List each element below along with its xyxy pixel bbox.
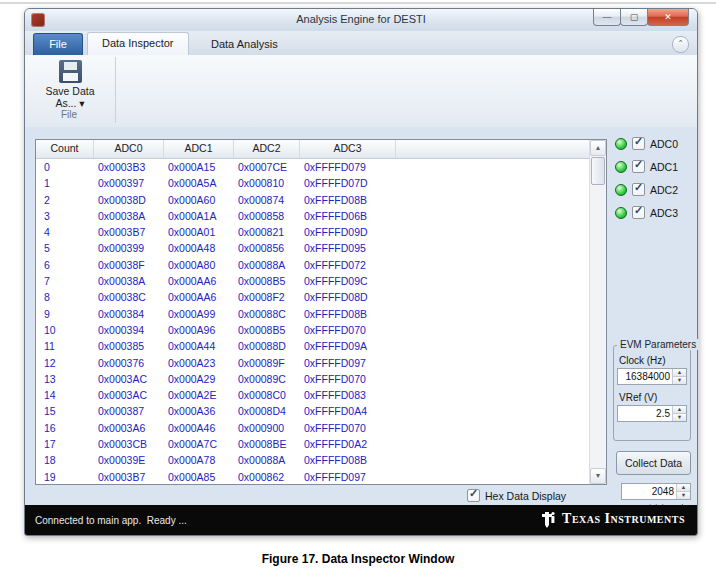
- table-cell: 0x000394: [94, 322, 164, 338]
- column-header-adc2[interactable]: ADC2: [234, 140, 300, 158]
- table-cell: 19: [36, 469, 94, 485]
- spin-up-icon[interactable]: ▲: [677, 484, 690, 491]
- table-cell: 0xFFFFD070: [300, 322, 396, 338]
- table-cell: 0x000376: [94, 355, 164, 371]
- adc2-checkbox[interactable]: ✓: [632, 183, 645, 196]
- window-controls: — ▢ ✕: [594, 9, 689, 26]
- adc0-checkbox[interactable]: ✓: [632, 137, 645, 150]
- table-cell: 0x000A60: [164, 192, 234, 208]
- table-row[interactable]: 190x0003B70x000A850x0008620xFFFFD097: [36, 469, 589, 485]
- table-cell: 0x000A46: [164, 420, 234, 436]
- maximize-icon: ▢: [630, 12, 639, 22]
- ti-logo-icon: [540, 510, 556, 528]
- tab-data-inspector[interactable]: Data Inspector: [87, 32, 189, 56]
- table-cell: 5: [36, 240, 94, 256]
- table-cell: 0x000900: [234, 420, 300, 436]
- save-data-as-button[interactable]: Save Data As... ▾: [39, 59, 101, 109]
- table-row[interactable]: 90x0003840x000A990x00088C0xFFFFD08B: [36, 306, 589, 322]
- table-cell: 0xFFFFD09C: [300, 273, 396, 289]
- column-header-count[interactable]: Count: [36, 140, 94, 158]
- ribbon-group-file: Save Data As... ▾ File: [27, 57, 116, 123]
- table-cell: 0xFFFFD09D: [300, 224, 396, 240]
- table-row[interactable]: 30x00038A0x000A1A0x0008580xFFFFD06B: [36, 208, 589, 224]
- table-row[interactable]: 00x0003B30x000A150x0007CE0xFFFFD079: [36, 159, 589, 175]
- table-cell: 0x000A1A: [164, 208, 234, 224]
- table-row[interactable]: 130x0003AC0x000A290x00089C0xFFFFD070: [36, 371, 589, 387]
- table-row[interactable]: 60x00038F0x000A800x00088A0xFFFFD072: [36, 257, 589, 273]
- close-button[interactable]: ✕: [647, 9, 689, 26]
- table-cell: 0x00039E: [94, 452, 164, 468]
- table-row[interactable]: 110x0003850x000A440x00088D0xFFFFD09A: [36, 338, 589, 354]
- hex-display-label[interactable]: Hex Data Display: [485, 490, 566, 502]
- table-row[interactable]: 160x0003A60x000A460x0009000xFFFFD070: [36, 420, 589, 436]
- adc1-checkbox[interactable]: ✓: [632, 160, 645, 173]
- adc3-label[interactable]: ADC3: [650, 207, 678, 219]
- table-row[interactable]: 140x0003AC0x000A2E0x0008C00xFFFFD083: [36, 387, 589, 403]
- table-row[interactable]: 10x0003970x000A5A0x0008100xFFFFD07D: [36, 175, 589, 191]
- column-header-adc3[interactable]: ADC3: [300, 140, 396, 158]
- spin-down-icon[interactable]: ▼: [673, 413, 686, 421]
- table-cell: 11: [36, 338, 94, 354]
- tab-data-analysis[interactable]: Data Analysis: [197, 33, 292, 55]
- table-row[interactable]: 80x00038C0x000AA60x0008F20xFFFFD08D: [36, 289, 589, 305]
- adc1-label[interactable]: ADC1: [650, 161, 678, 173]
- column-header-adc0[interactable]: ADC0: [94, 140, 164, 158]
- table-cell: 0x000399: [94, 240, 164, 256]
- adc2-label[interactable]: ADC2: [650, 184, 678, 196]
- adc0-label[interactable]: ADC0: [650, 138, 678, 150]
- clock-value-input[interactable]: 16384000: [618, 369, 672, 384]
- table-cell: 0xFFFFD072: [300, 257, 396, 273]
- save-button-label-line1: Save Data: [39, 85, 101, 97]
- brand-area: Texas Instruments: [540, 510, 685, 528]
- table-cell: 0xFFFFD08B: [300, 192, 396, 208]
- spin-down-icon[interactable]: ▼: [677, 491, 690, 499]
- hex-display-checkbox[interactable]: ✓: [467, 489, 480, 502]
- table-cell: 0x000AA6: [164, 273, 234, 289]
- table-row[interactable]: 50x0003990x000A480x0008560xFFFFD095: [36, 240, 589, 256]
- spin-down-icon[interactable]: ▼: [673, 376, 686, 384]
- table-cell: 10: [36, 322, 94, 338]
- table-row[interactable]: 70x00038A0x000AA60x0008B50xFFFFD09C: [36, 273, 589, 289]
- spin-up-icon[interactable]: ▲: [673, 406, 686, 413]
- samples-value-input[interactable]: 2048: [622, 484, 676, 499]
- minimize-button[interactable]: —: [593, 9, 621, 26]
- ribbon-collapse-icon[interactable]: ⌃: [672, 36, 689, 53]
- table-cell: 0x00038C: [94, 289, 164, 305]
- adc3-checkbox[interactable]: ✓: [632, 206, 645, 219]
- clock-spinner: 16384000 ▲ ▼: [617, 368, 687, 385]
- tab-file[interactable]: File: [33, 33, 83, 55]
- save-button-label-line2: As...: [55, 97, 76, 109]
- close-icon: ✕: [664, 12, 672, 22]
- column-header-adc1[interactable]: ADC1: [164, 140, 234, 158]
- table-row[interactable]: 20x00038D0x000A600x0008740xFFFFD08B: [36, 192, 589, 208]
- vertical-scrollbar[interactable]: ▲ ▼: [589, 140, 606, 484]
- table-row[interactable]: 40x0003B70x000A010x0008210xFFFFD09D: [36, 224, 589, 240]
- table-cell: 0x000A29: [164, 371, 234, 387]
- channel-row-adc1: ✓ ADC1: [615, 160, 678, 173]
- checkmark-icon: ✓: [634, 158, 643, 171]
- collect-data-button[interactable]: Collect Data: [616, 451, 691, 475]
- table-cell: 18: [36, 452, 94, 468]
- table-row[interactable]: 100x0003940x000A960x0008B50xFFFFD070: [36, 322, 589, 338]
- table-cell: 16: [36, 420, 94, 436]
- table-cell: 0x000A85: [164, 469, 234, 485]
- table-cell: 9: [36, 306, 94, 322]
- app-window: Analysis Engine for DESTI — ▢ ✕ File Dat…: [24, 8, 698, 536]
- table-cell: 0x0008D4: [234, 403, 300, 419]
- scroll-up-icon[interactable]: ▲: [590, 140, 606, 156]
- table-cell: 0xFFFFD08D: [300, 289, 396, 305]
- table-row[interactable]: 120x0003760x000A230x00089F0xFFFFD097: [36, 355, 589, 371]
- spin-up-icon[interactable]: ▲: [673, 369, 686, 376]
- table-cell: 4: [36, 224, 94, 240]
- table-cell: 0xFFFFD0A2: [300, 436, 396, 452]
- scroll-down-icon[interactable]: ▼: [590, 468, 606, 484]
- table-row[interactable]: 150x0003870x000A360x0008D40xFFFFD0A4: [36, 403, 589, 419]
- table-row[interactable]: 170x0003CB0x000A7C0x0008BE0xFFFFD0A2: [36, 436, 589, 452]
- table-row[interactable]: 180x00039E0x000A780x00088A0xFFFFD08B: [36, 452, 589, 468]
- table-cell: 0x000A7C: [164, 436, 234, 452]
- scrollbar-thumb[interactable]: [591, 157, 605, 185]
- vref-value-input[interactable]: 2.5: [618, 406, 672, 421]
- table-cell: 0xFFFFD09A: [300, 338, 396, 354]
- maximize-button[interactable]: ▢: [620, 9, 648, 26]
- table-cell: 0xFFFFD097: [300, 469, 396, 485]
